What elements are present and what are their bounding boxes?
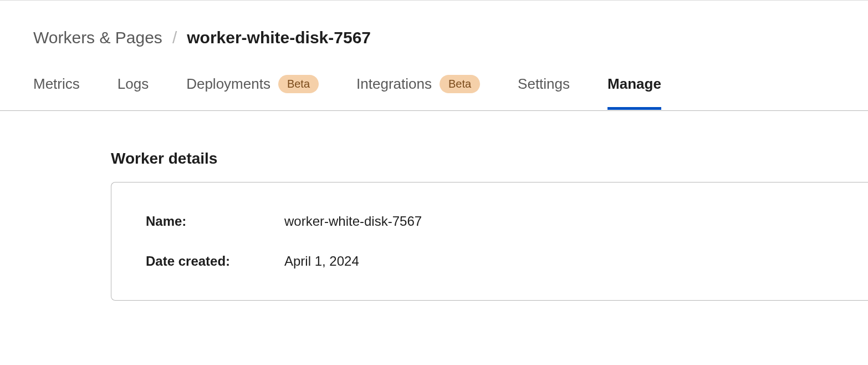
tab-label: Logs xyxy=(118,75,149,93)
tab-label: Metrics xyxy=(33,75,80,93)
breadcrumb-separator: / xyxy=(172,28,177,47)
beta-badge: Beta xyxy=(278,75,319,93)
detail-value-name: worker-white-disk-7567 xyxy=(284,214,422,229)
tabs-container: Metrics Logs Deployments Beta Integratio… xyxy=(0,75,868,111)
tab-manage[interactable]: Manage xyxy=(607,75,661,110)
beta-badge: Beta xyxy=(440,75,480,93)
tab-deployments[interactable]: Deployments Beta xyxy=(186,75,319,110)
tab-metrics[interactable]: Metrics xyxy=(33,75,80,110)
tab-label: Settings xyxy=(518,75,570,93)
tab-label: Manage xyxy=(607,75,661,93)
tab-logs[interactable]: Logs xyxy=(118,75,149,110)
detail-label-date: Date created: xyxy=(146,254,284,269)
breadcrumb: Workers & Pages / worker-white-disk-7567 xyxy=(33,28,868,47)
detail-row-name: Name: worker-white-disk-7567 xyxy=(146,214,834,229)
tab-integrations[interactable]: Integrations Beta xyxy=(356,75,480,110)
tab-settings[interactable]: Settings xyxy=(518,75,570,110)
tab-label: Deployments xyxy=(186,75,270,93)
breadcrumb-current: worker-white-disk-7567 xyxy=(187,28,371,47)
page-container: Workers & Pages / worker-white-disk-7567 xyxy=(0,1,868,47)
detail-value-date: April 1, 2024 xyxy=(284,254,359,269)
detail-label-name: Name: xyxy=(146,214,284,229)
worker-details-card: Name: worker-white-disk-7567 Date create… xyxy=(111,182,868,301)
tab-label: Integrations xyxy=(356,75,432,93)
content-area: Worker details Name: worker-white-disk-7… xyxy=(0,111,868,301)
breadcrumb-parent-link[interactable]: Workers & Pages xyxy=(33,28,162,47)
section-title: Worker details xyxy=(111,150,868,168)
detail-row-date: Date created: April 1, 2024 xyxy=(146,254,834,269)
